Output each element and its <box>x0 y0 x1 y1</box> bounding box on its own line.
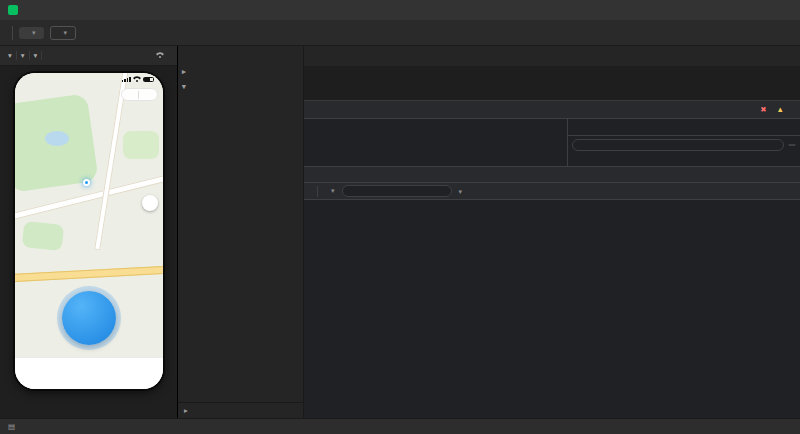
mode-select[interactable]: ▾ <box>19 27 44 39</box>
main-toolbar: ▾ ▾ <box>0 20 800 46</box>
list-icon: ▤ <box>8 422 15 431</box>
context-select[interactable]: ▾ <box>322 187 338 195</box>
console-toolbar: ▾ ▾ <box>304 183 800 200</box>
console-drawer: ▾ ▾ <box>304 167 800 418</box>
zoom-select[interactable]: ▾ <box>17 51 30 60</box>
app-logo-icon <box>8 5 18 15</box>
toggle-class-button[interactable] <box>788 144 796 146</box>
titlebar <box>0 0 800 20</box>
outline-section[interactable]: ▸ <box>178 402 303 418</box>
divider <box>138 91 139 99</box>
error-count[interactable]: ✖ <box>756 105 772 114</box>
simulator-panel: ▾ ▾ ▾ <box>0 46 178 418</box>
wxml-tree[interactable] <box>304 119 568 166</box>
elements-area <box>304 119 800 167</box>
dpi-select[interactable]: ▾ <box>30 51 43 60</box>
explorer-header <box>178 46 303 64</box>
debugger-tab-bar: ✖ ▲ <box>304 101 800 119</box>
device-select[interactable]: ▾ <box>4 51 17 60</box>
divider <box>317 186 318 197</box>
console-messages[interactable] <box>304 200 800 418</box>
current-location-marker <box>83 179 90 186</box>
console-tab-bar <box>304 167 800 183</box>
punch-button[interactable] <box>62 291 116 345</box>
main-area: ▾ ▾ ▾ <box>0 46 800 418</box>
phone-status-bar <box>15 73 163 86</box>
styles-filter-row <box>568 136 800 154</box>
chevron-down-icon: ▾ <box>64 29 68 37</box>
locate-button[interactable] <box>142 195 158 211</box>
styles-filter-input[interactable] <box>572 139 784 151</box>
warning-count[interactable]: ▲ <box>773 105 790 114</box>
file-explorer: ▸ ▾ ▸ <box>178 46 304 418</box>
console-filter-input[interactable] <box>342 185 452 197</box>
chevron-right-icon: ▸ <box>182 67 186 76</box>
device-bar: ▾ ▾ ▾ <box>0 46 177 66</box>
signal-icon <box>122 77 131 82</box>
chevron-down-icon: ▾ <box>182 82 186 91</box>
styles-sidebar <box>568 119 800 166</box>
status-bar: ▤ <box>0 418 800 434</box>
phone-simulator[interactable] <box>15 73 163 389</box>
workspace: ✖ ▲ <box>304 46 800 418</box>
divider <box>12 26 13 40</box>
project-root[interactable]: ▾ <box>178 79 303 94</box>
log-levels-select[interactable]: ▾ <box>456 187 466 196</box>
chevron-down-icon: ▾ <box>32 29 36 37</box>
debugger-panel: ✖ ▲ <box>304 100 800 418</box>
open-editors-section[interactable]: ▸ <box>178 64 303 79</box>
battery-icon <box>143 77 154 83</box>
wifi-icon <box>133 76 141 83</box>
wechat-capsule[interactable] <box>121 88 158 101</box>
editor-tab-bar <box>304 46 800 66</box>
chevron-down-icon: ▾ <box>331 187 335 195</box>
chevron-right-icon: ▸ <box>184 406 188 415</box>
wifi-icon[interactable] <box>153 51 167 60</box>
compile-mode-select[interactable]: ▾ <box>50 26 77 40</box>
code-editor[interactable] <box>304 66 800 100</box>
phone-tab-bar <box>15 357 163 389</box>
wechat-devtools-window: ▾ ▾ ▾ ▾ ▾ <box>0 0 800 434</box>
